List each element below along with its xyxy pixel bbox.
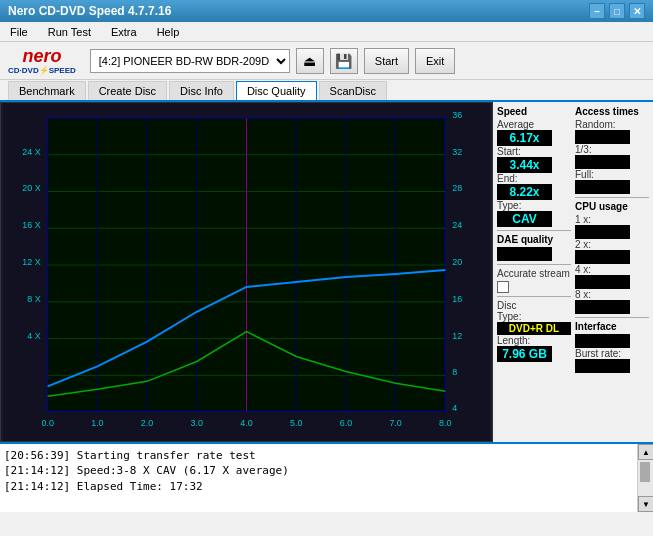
save-button[interactable]: 💾 <box>330 48 358 74</box>
random-value <box>575 130 630 144</box>
interface-value <box>575 334 630 348</box>
main-content: 24 X 20 X 16 X 12 X 8 X 4 X 36 32 28 24 … <box>0 102 653 442</box>
burst-rate-label: Burst rate: <box>575 348 649 359</box>
scroll-thumb[interactable] <box>640 462 650 482</box>
chart-svg: 24 X 20 X 16 X 12 X 8 X 4 X 36 32 28 24 … <box>1 103 492 441</box>
log-time-2: [21:14:12] <box>4 480 70 493</box>
disc-type-value: DVD+R DL <box>497 322 571 335</box>
svg-text:2.0: 2.0 <box>141 418 153 428</box>
svg-text:12 X: 12 X <box>22 257 40 267</box>
divider5 <box>575 317 649 318</box>
one-third-label: 1/3: <box>575 144 649 155</box>
scroll-track <box>638 460 653 496</box>
svg-text:3.0: 3.0 <box>191 418 203 428</box>
exit-button[interactable]: Exit <box>415 48 455 74</box>
log-scrollbar: ▲ ▼ <box>637 444 653 512</box>
disc-length-value: 7.96 GB <box>497 346 552 362</box>
interface-title: Interface <box>575 321 649 332</box>
scroll-up-button[interactable]: ▲ <box>638 444 653 460</box>
eject-button[interactable]: ⏏ <box>296 48 324 74</box>
svg-text:16 X: 16 X <box>22 220 40 230</box>
random-label: Random: <box>575 119 649 130</box>
full-label: Full: <box>575 169 649 180</box>
disc-type-label-head: Disc <box>497 300 571 311</box>
title-bar: Nero CD-DVD Speed 4.7.7.16 – □ ✕ <box>0 0 653 22</box>
svg-text:1.0: 1.0 <box>91 418 103 428</box>
cpu-4x-value <box>575 275 630 289</box>
svg-text:24 X: 24 X <box>22 147 40 157</box>
svg-text:0.0: 0.0 <box>41 418 53 428</box>
disc-type-label: Type: <box>497 311 571 322</box>
cpu-1x-label: 1 x: <box>575 214 649 225</box>
cpu-8x-label: 8 x: <box>575 289 649 300</box>
end-label: End: <box>497 173 571 184</box>
svg-text:28: 28 <box>452 183 462 193</box>
scroll-down-button[interactable]: ▼ <box>638 496 653 512</box>
average-value: 6.17x <box>497 130 552 146</box>
chart-area: 24 X 20 X 16 X 12 X 8 X 4 X 36 32 28 24 … <box>0 102 493 442</box>
svg-text:16: 16 <box>452 294 462 304</box>
chart-wrapper: 24 X 20 X 16 X 12 X 8 X 4 X 36 32 28 24 … <box>1 103 492 441</box>
top-panels: Speed Average 6.17x Start: 3.44x End: 8.… <box>497 106 649 377</box>
log-line-0: [20:56:39] Starting transfer rate test <box>4 448 633 463</box>
start-value: 3.44x <box>497 157 552 173</box>
log-time-0: [20:56:39] <box>4 449 70 462</box>
log-line-1: [21:14:12] Speed:3-8 X CAV (6.17 X avera… <box>4 463 633 478</box>
maximize-button[interactable]: □ <box>609 3 625 19</box>
tab-disc-info[interactable]: Disc Info <box>169 81 234 100</box>
svg-text:5.0: 5.0 <box>290 418 302 428</box>
accurate-stream-checkbox[interactable] <box>497 281 509 293</box>
svg-text:6.0: 6.0 <box>340 418 352 428</box>
window-title: Nero CD-DVD Speed 4.7.7.16 <box>8 4 171 18</box>
close-button[interactable]: ✕ <box>629 3 645 19</box>
log-area: [20:56:39] Starting transfer rate test [… <box>0 442 653 512</box>
speed-title: Speed <box>497 106 571 117</box>
svg-text:4 X: 4 X <box>27 331 40 341</box>
tabs: Benchmark Create Disc Disc Info Disc Qua… <box>0 80 653 102</box>
svg-text:7.0: 7.0 <box>389 418 401 428</box>
log-text-2: Elapsed Time: 17:32 <box>77 480 203 493</box>
drive-select[interactable]: [4:2] PIONEER BD-RW BDR-209D 1.50 <box>90 49 290 73</box>
svg-text:20: 20 <box>452 257 462 267</box>
logo: nero CD·DVD⚡SPEED <box>8 46 76 75</box>
average-label: Average <box>497 119 571 130</box>
log-text-0: Starting transfer rate test <box>77 449 256 462</box>
dae-value <box>497 247 552 261</box>
divider1 <box>497 230 571 231</box>
tab-scan-disc[interactable]: ScanDisc <box>319 81 387 100</box>
end-value: 8.22x <box>497 184 552 200</box>
svg-text:32: 32 <box>452 147 462 157</box>
tab-disc-quality[interactable]: Disc Quality <box>236 81 317 100</box>
svg-text:8 X: 8 X <box>27 294 40 304</box>
divider2 <box>497 264 571 265</box>
svg-text:8.0: 8.0 <box>439 418 451 428</box>
menu-bar: File Run Test Extra Help <box>0 22 653 42</box>
menu-file[interactable]: File <box>4 24 34 40</box>
disc-length-label: Length: <box>497 335 571 346</box>
divider4 <box>575 197 649 198</box>
right-panel: Speed Average 6.17x Start: 3.44x End: 8.… <box>493 102 653 442</box>
start-button[interactable]: Start <box>364 48 409 74</box>
type-label: Type: <box>497 200 571 211</box>
log-content: [20:56:39] Starting transfer rate test [… <box>0 444 637 512</box>
start-label: Start: <box>497 146 571 157</box>
svg-text:24: 24 <box>452 220 462 230</box>
menu-run-test[interactable]: Run Test <box>42 24 97 40</box>
divider3 <box>497 296 571 297</box>
tab-create-disc[interactable]: Create Disc <box>88 81 167 100</box>
menu-help[interactable]: Help <box>151 24 186 40</box>
access-cpu-section: Access times Random: 1/3: Full: CPU usag… <box>575 106 649 373</box>
accurate-stream-label: Accurate stream <box>497 268 571 279</box>
minimize-button[interactable]: – <box>589 3 605 19</box>
nero-logo: nero <box>22 46 61 67</box>
menu-extra[interactable]: Extra <box>105 24 143 40</box>
cpu-title: CPU usage <box>575 201 649 212</box>
svg-text:4.0: 4.0 <box>240 418 252 428</box>
toolbar: nero CD·DVD⚡SPEED [4:2] PIONEER BD-RW BD… <box>0 42 653 80</box>
tab-benchmark[interactable]: Benchmark <box>8 81 86 100</box>
cpu-1x-value <box>575 225 630 239</box>
accurate-stream-checkbox-area <box>497 281 571 293</box>
cpu-4x-label: 4 x: <box>575 264 649 275</box>
window-controls: – □ ✕ <box>589 3 645 19</box>
log-text-1: Speed:3-8 X CAV (6.17 X average) <box>77 464 289 477</box>
